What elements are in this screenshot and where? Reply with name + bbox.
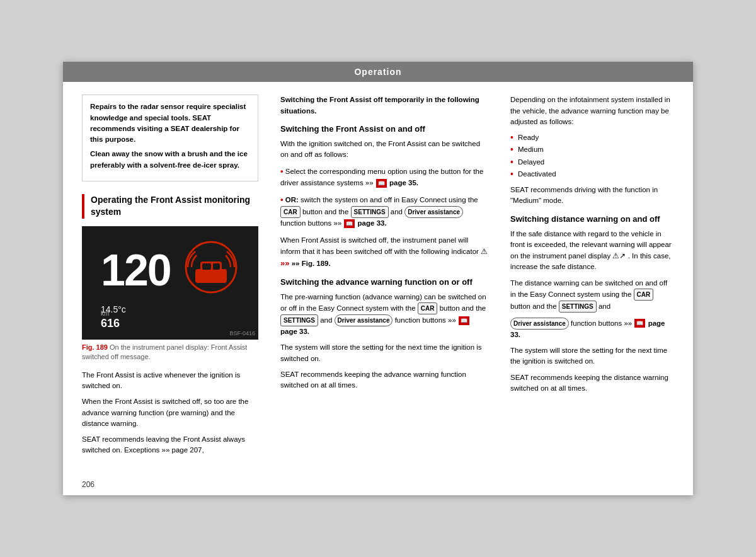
left-body-text-3: SEAT recommends leaving the Front Assist… — [82, 434, 258, 456]
book-icon-2: 📖 — [344, 219, 355, 228]
km-label: km — [101, 310, 120, 317]
speed-display: 120 — [101, 245, 171, 296]
advance-warning-list: Ready Medium Delayed Deactivated — [510, 132, 674, 180]
page-number: 206 — [63, 474, 693, 495]
middle-s2-ref: page 33. — [280, 328, 309, 335]
settings-badge-2: SETTINGS — [280, 314, 318, 326]
figure-box: 120 — [82, 226, 258, 362]
list-item-medium: Medium — [510, 144, 674, 155]
dbl-arrow-ref3: »» — [280, 258, 289, 268]
figure-caption: Fig. 189 On the instrument panel display… — [82, 343, 258, 362]
right-text4: The distance warning can be switched on … — [510, 278, 674, 313]
header-title: Operation — [354, 67, 401, 77]
right-t7: function buttons »» — [571, 319, 632, 326]
middle-bullet2-or: OR: — [285, 196, 299, 204]
svg-rect-3 — [202, 263, 211, 270]
middle-section1-heading: Switching the Front Assist on and off — [280, 124, 488, 134]
fig189-ref: »» Fig. 189. — [292, 260, 331, 267]
middle-s2-text4: function buttons »» — [395, 316, 456, 324]
middle-column: Switching the Front Assist off temporari… — [271, 95, 498, 461]
middle-section2-text1: The pre-warning function (advance warnin… — [280, 292, 488, 338]
middle-s2-text3: and — [320, 316, 332, 324]
left-body-text-1: The Front Assist is active whenever the … — [82, 370, 258, 392]
driver-badge-right: Driver assistance — [510, 318, 569, 330]
middle-ref1: page 35. — [389, 179, 418, 187]
right-t5: button and the — [510, 302, 557, 309]
right-intro: Depending on the infotainment system ins… — [510, 95, 674, 127]
middle-bullet2-main: switch the system on and off in Easy Con… — [301, 196, 478, 204]
middle-bullet2-text: • OR: switch the system on and off in Ea… — [280, 193, 488, 229]
right-text1: SEAT recommends driving with the functio… — [510, 185, 674, 207]
indicator-symbol: ⚠ — [481, 247, 488, 256]
list-item-ready: Ready — [510, 132, 674, 143]
warning-icon-right: ⚠↗ — [612, 251, 627, 260]
km-display: km 616 — [101, 310, 120, 330]
middle-ref2: page 33. — [358, 219, 387, 227]
right-section-heading: Switching distance warning on and off — [510, 214, 674, 224]
section-heading-text: Operating the Front Assist monitoring sy… — [91, 194, 258, 219]
car-badge-2: CAR — [418, 302, 438, 314]
book-icon-right: 📖 — [634, 319, 645, 328]
right-text-driver: Driver assistance function buttons »» 📖 … — [510, 318, 674, 340]
left-body-text-2: When the Front Assist is switched off, s… — [82, 396, 258, 429]
right-text8: The system will store the setting for th… — [510, 345, 674, 367]
front-assist-icon-area — [183, 239, 239, 298]
warning-text-2: Clean away the snow with a brush and the… — [90, 149, 250, 171]
section-title-front-assist: Operating the Front Assist monitoring sy… — [82, 194, 258, 219]
middle-bullet1-text: • Select the corresponding menu option u… — [280, 165, 488, 188]
right-t6: and — [598, 302, 610, 309]
middle-s2-text5: The system will store the setting for th… — [280, 342, 488, 364]
list-item-delayed: Delayed — [510, 157, 674, 168]
middle-section1-text1: With the ignition switched on, the Front… — [280, 139, 488, 161]
right-column: Depending on the infotainment system ins… — [510, 95, 674, 461]
middle-func-text: function buttons »» — [280, 219, 343, 227]
header-bar: Operation — [63, 62, 693, 82]
warning-box: Repairs to the radar sensor require spec… — [82, 95, 258, 181]
middle-s2-text2: button and the — [440, 304, 486, 312]
middle-intro: Switching the Front Assist off temporari… — [280, 95, 488, 117]
bullet-arrow: • — [280, 166, 284, 176]
car-badge-right: CAR — [634, 289, 654, 301]
km-value: 616 — [101, 317, 120, 330]
middle-bullet2-block: • OR: switch the system on and off in Ea… — [280, 193, 488, 229]
list-item-deactivated: Deactivated — [510, 169, 674, 180]
page: Operation Repairs to the radar sensor re… — [63, 62, 693, 495]
driver-badge-1: Driver assistance — [404, 206, 463, 218]
svg-rect-4 — [213, 263, 220, 270]
settings-badge-1: SETTINGS — [351, 206, 389, 218]
middle-ref3: »» »» Fig. 189. — [280, 260, 331, 267]
middle-and2-text: and — [391, 207, 404, 215]
middle-section2-heading: Switching the advance warning function o… — [280, 277, 488, 287]
left-column: Repairs to the radar sensor require spec… — [82, 95, 258, 461]
book-icon-1: 📖 — [376, 179, 387, 188]
page-content: Repairs to the radar sensor require spec… — [63, 82, 693, 473]
driver-badge-2: Driver assistance — [335, 314, 393, 326]
front-assist-svg-icon — [183, 239, 239, 296]
right-text9: SEAT recommends keeping the distance war… — [510, 372, 674, 394]
middle-text2-main: When Front Assist is switched off, the i… — [280, 236, 479, 255]
middle-s2-text6: SEAT recommends keeping the advance warn… — [280, 369, 488, 391]
warning-text-1: Repairs to the radar sensor require spec… — [90, 101, 250, 145]
middle-bullet1-block: • Select the corresponding menu option u… — [280, 165, 488, 188]
bsf-code: BSF-0416 — [229, 330, 255, 336]
middle-section1-text2: When Front Assist is switched off, the i… — [280, 235, 488, 270]
settings-badge-right: SETTINGS — [559, 301, 597, 313]
bullet2-arrow: • — [280, 195, 284, 204]
fig-label: Fig. 189 — [82, 343, 108, 351]
book-icon-3: 📖 — [459, 316, 469, 325]
right-text2: If the safe distance with regard to the … — [510, 229, 674, 273]
instrument-display: 120 — [82, 226, 258, 340]
car-badge-1: CAR — [280, 206, 301, 218]
middle-and-text: button and the — [302, 207, 351, 215]
